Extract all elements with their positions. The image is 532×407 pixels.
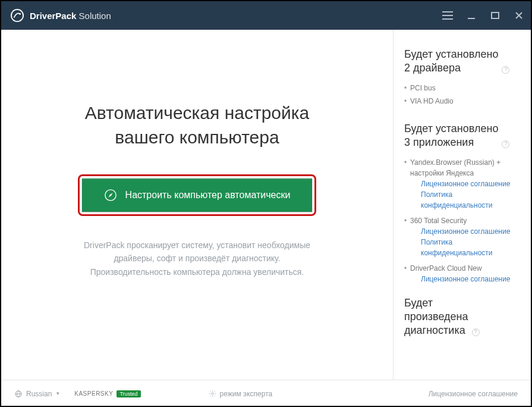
configure-button-label: Настроить компьютер автоматически	[125, 190, 291, 201]
drivers-heading: Будет установлено 2 драйвера ?	[404, 48, 520, 76]
main-heading: Автоматическая настройка вашего компьюте…	[85, 101, 309, 149]
expert-mode-button[interactable]: режим эксперта	[209, 390, 273, 398]
svg-rect-2	[492, 12, 499, 18]
license-link[interactable]: Лицензионное соглашение	[410, 274, 520, 284]
help-icon[interactable]: ?	[472, 328, 480, 336]
footer: Russian ▼ KASPERSKY Trusted режим экспер…	[1, 380, 531, 407]
compass-icon	[104, 189, 117, 202]
language-label: Russian	[26, 390, 52, 398]
svg-point-6	[211, 393, 213, 395]
titlebar: DriverPack Solution	[1, 1, 531, 30]
apps-list: Yandex.Browser (Russian) + настройки Янд…	[404, 157, 520, 284]
help-icon[interactable]: ?	[502, 66, 509, 74]
diagnostics-heading: Будет произведена диагностика ?	[404, 296, 520, 338]
content: Автоматическая настройка вашего компьюте…	[1, 30, 531, 380]
app-title: DriverPack Solution	[30, 11, 111, 21]
maximize-button[interactable]	[483, 1, 507, 30]
main-description: DriverPack просканирует систему, установ…	[84, 239, 310, 278]
app-logo: DriverPack Solution	[11, 9, 111, 22]
list-item: 360 Total Security Лицензионное соглашен…	[404, 215, 520, 258]
main-panel: Автоматическая настройка вашего компьюте…	[1, 30, 393, 380]
language-selector[interactable]: Russian ▼	[14, 390, 60, 398]
list-item: VIA HD Audio	[404, 96, 520, 107]
help-icon[interactable]: ?	[502, 140, 509, 148]
privacy-link[interactable]: Политика конфиденциальности	[410, 189, 520, 211]
svg-point-0	[11, 10, 23, 21]
driverpack-logo-icon	[11, 9, 24, 22]
drivers-list: PCI bus VIA HD Audio	[404, 83, 520, 107]
license-link[interactable]: Лицензионное соглашение	[410, 179, 520, 189]
list-item: DriverPack Cloud New Лицензионное соглаш…	[404, 263, 520, 284]
kaspersky-label: KASPERSKY	[74, 390, 113, 397]
list-item: PCI bus	[404, 83, 520, 93]
expert-mode-label: режим эксперта	[220, 390, 273, 398]
kaspersky-trusted: KASPERSKY Trusted	[74, 390, 140, 397]
globe-icon	[14, 390, 23, 398]
chevron-down-icon: ▼	[55, 391, 60, 396]
configure-button-highlight: Настроить компьютер автоматически	[78, 174, 317, 216]
license-link[interactable]: Лицензионное соглашение	[410, 226, 520, 237]
apps-heading: Будет установлено 3 приложения ?	[404, 122, 520, 150]
list-item: Yandex.Browser (Russian) + настройки Янд…	[404, 157, 520, 211]
privacy-link[interactable]: Политика конфиденциальности	[410, 237, 520, 258]
configure-automatically-button[interactable]: Настроить компьютер автоматически	[82, 179, 313, 212]
minimize-button[interactable]	[459, 1, 483, 30]
menu-button[interactable]	[436, 1, 459, 30]
sidebar: Будет установлено 2 драйвера ? PCI bus V…	[393, 30, 531, 380]
trusted-badge: Trusted	[117, 390, 140, 397]
gear-icon	[209, 390, 216, 397]
license-agreement-link[interactable]: Лицензионное соглашение	[429, 390, 518, 398]
svg-point-1	[19, 13, 21, 15]
close-button[interactable]	[507, 1, 531, 30]
